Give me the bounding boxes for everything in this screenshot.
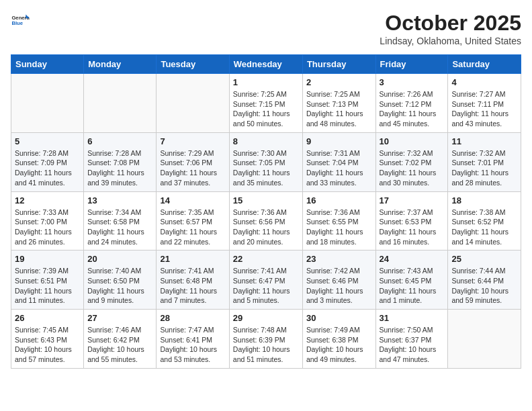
day-info: Sunrise: 7:32 AM Sunset: 7:01 PM Dayligh…	[451, 148, 517, 188]
day-info: Sunrise: 7:30 AM Sunset: 7:05 PM Dayligh…	[233, 148, 299, 188]
day-info: Sunrise: 7:45 AM Sunset: 6:43 PM Dayligh…	[15, 325, 80, 365]
day-info: Sunrise: 7:37 AM Sunset: 6:53 PM Dayligh…	[380, 208, 445, 247]
calendar-cell: 11Sunrise: 7:32 AM Sunset: 7:01 PM Dayli…	[448, 132, 521, 191]
day-number: 25	[451, 254, 517, 264]
day-info: Sunrise: 7:47 AM Sunset: 6:41 PM Dayligh…	[160, 325, 225, 365]
day-info: Sunrise: 7:36 AM Sunset: 6:56 PM Dayligh…	[233, 208, 299, 247]
day-info: Sunrise: 7:26 AM Sunset: 7:12 PM Dayligh…	[380, 89, 445, 129]
calendar-cell: 13Sunrise: 7:34 AM Sunset: 6:58 PM Dayli…	[84, 191, 157, 250]
calendar-cell: 2Sunrise: 7:25 AM Sunset: 7:13 PM Daylig…	[302, 74, 375, 133]
calendar-cell: 4Sunrise: 7:27 AM Sunset: 7:11 PM Daylig…	[448, 74, 521, 133]
calendar-cell: 1Sunrise: 7:25 AM Sunset: 7:15 PM Daylig…	[229, 74, 302, 133]
day-info: Sunrise: 7:28 AM Sunset: 7:09 PM Dayligh…	[15, 148, 80, 188]
day-number: 6	[87, 136, 152, 146]
column-header-sunday: Sunday	[11, 55, 84, 74]
day-info: Sunrise: 7:29 AM Sunset: 7:06 PM Dayligh…	[160, 148, 225, 188]
calendar-location: Lindsay, Oklahoma, United States	[380, 36, 521, 46]
calendar-cell: 14Sunrise: 7:35 AM Sunset: 6:57 PM Dayli…	[157, 191, 229, 250]
day-info: Sunrise: 7:41 AM Sunset: 6:48 PM Dayligh…	[160, 266, 225, 306]
calendar-cell: 28Sunrise: 7:47 AM Sunset: 6:41 PM Dayli…	[157, 310, 229, 369]
svg-text:Blue: Blue	[11, 20, 23, 26]
calendar-cell: 26Sunrise: 7:45 AM Sunset: 6:43 PM Dayli…	[11, 310, 84, 369]
calendar-cell: 8Sunrise: 7:30 AM Sunset: 7:05 PM Daylig…	[229, 132, 302, 191]
column-header-wednesday: Wednesday	[229, 55, 302, 74]
day-info: Sunrise: 7:39 AM Sunset: 6:51 PM Dayligh…	[15, 266, 80, 306]
calendar-cell: 16Sunrise: 7:36 AM Sunset: 6:55 PM Dayli…	[302, 191, 375, 250]
column-header-saturday: Saturday	[448, 55, 521, 74]
calendar-table: SundayMondayTuesdayWednesdayThursdayFrid…	[11, 54, 521, 369]
week-row-2: 5Sunrise: 7:28 AM Sunset: 7:09 PM Daylig…	[11, 132, 521, 191]
day-info: Sunrise: 7:36 AM Sunset: 6:55 PM Dayligh…	[306, 208, 372, 247]
day-info: Sunrise: 7:27 AM Sunset: 7:11 PM Dayligh…	[451, 89, 517, 129]
day-info: Sunrise: 7:50 AM Sunset: 6:37 PM Dayligh…	[380, 325, 445, 365]
day-info: Sunrise: 7:33 AM Sunset: 7:00 PM Dayligh…	[15, 208, 80, 247]
day-number: 13	[87, 195, 152, 205]
calendar-cell: 6Sunrise: 7:28 AM Sunset: 7:08 PM Daylig…	[84, 132, 157, 191]
day-number: 18	[451, 195, 517, 205]
calendar-cell: 21Sunrise: 7:41 AM Sunset: 6:48 PM Dayli…	[157, 250, 229, 310]
week-row-3: 12Sunrise: 7:33 AM Sunset: 7:00 PM Dayli…	[11, 191, 521, 250]
day-info: Sunrise: 7:49 AM Sunset: 6:38 PM Dayligh…	[306, 325, 372, 365]
day-number: 5	[15, 136, 80, 146]
calendar-cell: 22Sunrise: 7:41 AM Sunset: 6:47 PM Dayli…	[229, 250, 302, 310]
calendar-cell: 20Sunrise: 7:40 AM Sunset: 6:50 PM Dayli…	[84, 250, 157, 310]
calendar-cell	[157, 74, 229, 133]
title-block: October 2025 Lindsay, Oklahoma, United S…	[380, 11, 521, 46]
calendar-cell: 9Sunrise: 7:31 AM Sunset: 7:04 PM Daylig…	[302, 132, 375, 191]
day-number: 22	[233, 254, 299, 264]
calendar-cell: 27Sunrise: 7:46 AM Sunset: 6:42 PM Dayli…	[84, 310, 157, 369]
day-number: 7	[160, 136, 225, 146]
calendar-cell: 18Sunrise: 7:38 AM Sunset: 6:52 PM Dayli…	[448, 191, 521, 250]
day-number: 8	[233, 136, 299, 146]
week-row-1: 1Sunrise: 7:25 AM Sunset: 7:15 PM Daylig…	[11, 74, 521, 133]
day-number: 10	[380, 136, 445, 146]
day-number: 2	[306, 77, 372, 87]
calendar-cell	[11, 74, 84, 133]
day-info: Sunrise: 7:38 AM Sunset: 6:52 PM Dayligh…	[451, 208, 517, 247]
column-header-friday: Friday	[375, 55, 448, 74]
day-number: 24	[380, 254, 445, 264]
calendar-cell: 7Sunrise: 7:29 AM Sunset: 7:06 PM Daylig…	[157, 132, 229, 191]
day-info: Sunrise: 7:35 AM Sunset: 6:57 PM Dayligh…	[160, 208, 225, 247]
day-number: 11	[451, 136, 517, 146]
day-number: 9	[306, 136, 372, 146]
day-number: 17	[380, 195, 445, 205]
day-number: 15	[233, 195, 299, 205]
calendar-cell	[448, 310, 521, 369]
day-number: 14	[160, 195, 225, 205]
calendar-cell: 24Sunrise: 7:43 AM Sunset: 6:45 PM Dayli…	[375, 250, 448, 310]
day-number: 1	[233, 77, 299, 87]
calendar-title: October 2025	[380, 11, 521, 36]
day-number: 20	[87, 254, 152, 264]
day-number: 3	[380, 77, 445, 87]
logo: General Blue	[11, 11, 32, 30]
day-number: 30	[306, 313, 372, 323]
day-info: Sunrise: 7:48 AM Sunset: 6:39 PM Dayligh…	[233, 325, 299, 365]
day-number: 31	[380, 313, 445, 323]
day-number: 4	[451, 77, 517, 87]
week-row-4: 19Sunrise: 7:39 AM Sunset: 6:51 PM Dayli…	[11, 250, 521, 310]
day-info: Sunrise: 7:43 AM Sunset: 6:45 PM Dayligh…	[380, 266, 445, 306]
day-number: 23	[306, 254, 372, 264]
calendar-cell: 12Sunrise: 7:33 AM Sunset: 7:00 PM Dayli…	[11, 191, 84, 250]
calendar-cell: 3Sunrise: 7:26 AM Sunset: 7:12 PM Daylig…	[375, 74, 448, 133]
day-info: Sunrise: 7:25 AM Sunset: 7:15 PM Dayligh…	[233, 89, 299, 129]
day-info: Sunrise: 7:31 AM Sunset: 7:04 PM Dayligh…	[306, 148, 372, 188]
calendar-cell: 17Sunrise: 7:37 AM Sunset: 6:53 PM Dayli…	[375, 191, 448, 250]
day-number: 29	[233, 313, 299, 323]
week-row-5: 26Sunrise: 7:45 AM Sunset: 6:43 PM Dayli…	[11, 310, 521, 369]
day-number: 28	[160, 313, 225, 323]
column-header-monday: Monday	[84, 55, 157, 74]
column-header-thursday: Thursday	[302, 55, 375, 74]
day-info: Sunrise: 7:46 AM Sunset: 6:42 PM Dayligh…	[87, 325, 152, 365]
logo-icon: General Blue	[11, 11, 30, 30]
calendar-cell: 5Sunrise: 7:28 AM Sunset: 7:09 PM Daylig…	[11, 132, 84, 191]
calendar-cell	[84, 74, 157, 133]
day-info: Sunrise: 7:41 AM Sunset: 6:47 PM Dayligh…	[233, 266, 299, 306]
day-number: 16	[306, 195, 372, 205]
page-header: General Blue October 2025 Lindsay, Oklah…	[11, 11, 521, 46]
calendar-header-row: SundayMondayTuesdayWednesdayThursdayFrid…	[11, 55, 521, 74]
day-info: Sunrise: 7:44 AM Sunset: 6:44 PM Dayligh…	[451, 266, 517, 306]
calendar-cell: 31Sunrise: 7:50 AM Sunset: 6:37 PM Dayli…	[375, 310, 448, 369]
calendar-cell: 30Sunrise: 7:49 AM Sunset: 6:38 PM Dayli…	[302, 310, 375, 369]
